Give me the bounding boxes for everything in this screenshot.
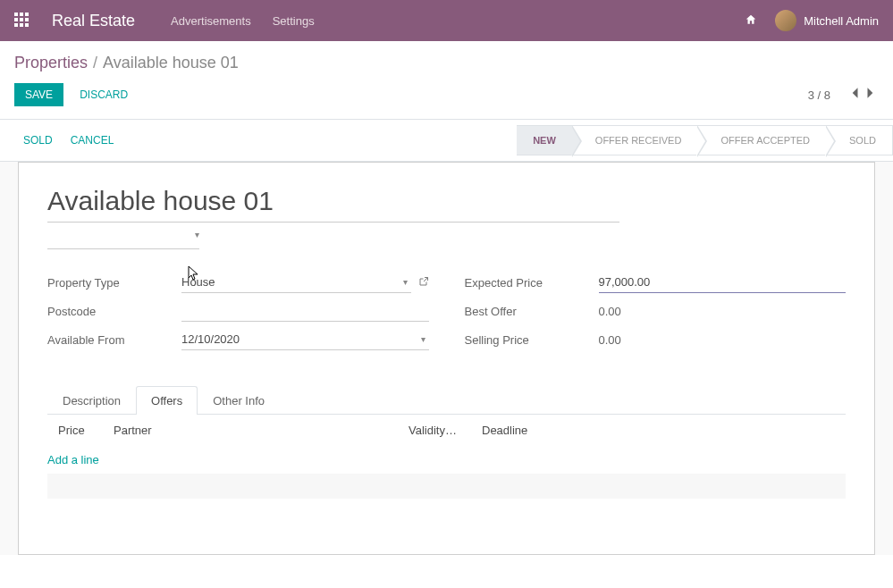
tab-description[interactable]: Description	[47, 386, 136, 415]
col-partner[interactable]: Partner	[114, 424, 409, 437]
postcode-input[interactable]	[181, 300, 429, 322]
top-navbar: Real Estate Advertisements Settings Mitc…	[0, 0, 893, 41]
col-validity[interactable]: Validity…	[409, 424, 471, 437]
col-deadline[interactable]: Deadline	[482, 424, 571, 437]
pager-next-icon[interactable]	[863, 87, 879, 103]
expected-price-input[interactable]	[599, 272, 847, 293]
postcode-label: Postcode	[47, 305, 181, 318]
available-from-field[interactable]: ▾	[181, 329, 429, 350]
pager-counter: 3 / 8	[808, 88, 830, 102]
property-type-label: Property Type	[47, 276, 181, 290]
tab-offers-content: Price Partner Validity… Deadline Add a l…	[47, 415, 846, 526]
status-offer-received[interactable]: Offer Received	[572, 125, 698, 155]
expected-price-label: Expected Price	[465, 276, 599, 290]
user-name[interactable]: Mitchell Admin	[804, 14, 879, 28]
property-type-field[interactable]: ▾	[181, 272, 411, 293]
selling-price-label: Selling Price	[465, 333, 599, 347]
status-sold[interactable]: Sold	[826, 125, 893, 155]
col-price[interactable]: Price	[58, 424, 103, 437]
breadcrumb-current: Available house 01	[103, 54, 239, 72]
cancel-button[interactable]: Cancel	[62, 129, 123, 152]
best-offer-label: Best Offer	[465, 305, 599, 318]
offers-header: Price Partner Validity… Deadline	[47, 415, 846, 446]
table-row	[47, 474, 846, 499]
available-from-label: Available From	[47, 333, 181, 347]
statusbar: New Offer Received Offer Accepted Sold	[517, 125, 893, 155]
save-button[interactable]: Save	[14, 83, 63, 106]
add-line-link[interactable]: Add a line	[47, 446, 846, 474]
control-panel: Save Discard 3 / 8	[0, 76, 893, 120]
chevron-down-icon[interactable]: ▾	[400, 277, 411, 287]
home-icon[interactable]	[745, 13, 757, 29]
status-new[interactable]: New	[517, 125, 572, 155]
selling-price-value: 0.00	[599, 330, 847, 350]
tab-other-info[interactable]: Other Info	[198, 386, 280, 415]
tab-offers[interactable]: Offers	[136, 386, 198, 415]
breadcrumb: Properties / Available house 01	[0, 41, 893, 76]
available-from-input[interactable]	[181, 329, 417, 349]
tags-select[interactable]	[47, 230, 199, 249]
pager: 3 / 8	[808, 87, 879, 103]
property-type-input[interactable]	[181, 272, 400, 292]
breadcrumb-root[interactable]: Properties	[14, 54, 88, 72]
external-link-icon[interactable]	[418, 276, 429, 290]
chevron-down-icon[interactable]: ▾	[417, 334, 429, 344]
title-input[interactable]	[47, 184, 619, 223]
app-brand[interactable]: Real Estate	[52, 12, 135, 30]
breadcrumb-sep: /	[93, 54, 97, 72]
apps-icon[interactable]	[14, 13, 30, 29]
sold-button[interactable]: Sold	[14, 129, 62, 152]
avatar[interactable]	[775, 10, 796, 31]
discard-button[interactable]: Discard	[72, 83, 135, 106]
pager-prev-icon[interactable]	[847, 87, 863, 103]
status-offer-accepted[interactable]: Offer Accepted	[697, 125, 826, 155]
best-offer-value: 0.00	[599, 301, 847, 322]
form-sheet: Property Type ▾ Postcode Available From	[18, 162, 875, 555]
nav-advertisements[interactable]: Advertisements	[171, 14, 251, 28]
statusbar-row: Sold Cancel New Offer Received Offer Acc…	[0, 120, 893, 162]
nav-settings[interactable]: Settings	[273, 14, 315, 28]
form-tabs: Description Offers Other Info	[47, 385, 846, 415]
